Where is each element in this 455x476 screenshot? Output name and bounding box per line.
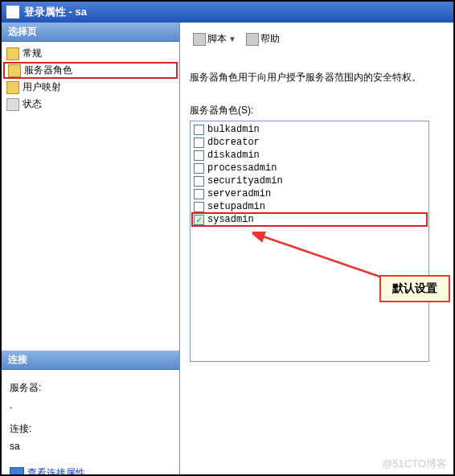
role-checkbox[interactable] <box>194 163 204 174</box>
toolbar: 脚本 ▼ 帮助 <box>190 31 444 56</box>
role-name: processadmin <box>207 162 277 174</box>
help-button[interactable]: 帮助 <box>243 31 283 47</box>
roles-label: 服务器角色(S): <box>190 104 444 117</box>
content-area: 脚本 ▼ 帮助 服务器角色用于向用户授予服务器范围内的安全特权。 服务器角色(S… <box>180 23 453 474</box>
role-checkbox[interactable] <box>194 150 204 161</box>
script-button[interactable]: 脚本 ▼ <box>190 31 240 47</box>
role-checkbox[interactable] <box>194 189 204 199</box>
role-name: serveradmin <box>207 188 271 199</box>
nav-item-label: 服务器角色 <box>24 64 72 77</box>
role-item-setupadmin[interactable]: setupadmin <box>192 200 427 213</box>
script-icon <box>193 33 206 46</box>
nav-item-label: 状态 <box>23 97 42 111</box>
nav-item-label: 常规 <box>23 47 42 60</box>
role-checkbox[interactable]: ✓ <box>194 215 204 225</box>
role-name: diskadmin <box>207 150 260 161</box>
nav-item-2[interactable]: 用户映射 <box>2 79 179 96</box>
window-title: 登录属性 - sa <box>24 5 87 19</box>
role-item-securityadmin[interactable]: securityadmin <box>192 174 427 187</box>
page-icon <box>6 81 19 94</box>
script-label: 脚本 <box>207 32 227 46</box>
connection-value: sa <box>10 438 171 456</box>
page-icon <box>6 47 19 60</box>
role-name: securityadmin <box>207 175 283 187</box>
nav-item-0[interactable]: 常规 <box>2 45 179 62</box>
connection-icon <box>10 467 24 476</box>
connection-header: 连接 <box>2 351 179 370</box>
chevron-down-icon: ▼ <box>228 35 236 43</box>
role-item-serveradmin[interactable]: serveradmin <box>192 187 427 200</box>
page-icon <box>8 64 21 77</box>
role-item-bulkadmin[interactable]: bulkadmin <box>192 123 427 136</box>
role-checkbox[interactable] <box>194 125 204 135</box>
annotation-label: 默认设置 <box>379 275 450 302</box>
help-label: 帮助 <box>260 32 280 46</box>
app-icon <box>6 6 19 18</box>
server-roles-listbox[interactable]: bulkadmindbcreatordiskadminprocessadmins… <box>190 121 429 362</box>
nav-item-1[interactable]: 服务器角色 <box>3 62 178 79</box>
role-checkbox[interactable] <box>194 137 204 148</box>
server-value: . <box>10 397 171 415</box>
role-item-processadmin[interactable]: processadmin <box>192 162 427 174</box>
state-icon <box>6 98 19 111</box>
sidebar: 选择页 常规服务器角色用户映射状态 连接 服务器: . 连接: sa 查看连接属… <box>2 23 180 474</box>
login-properties-dialog: 登录属性 - sa 选择页 常规服务器角色用户映射状态 连接 服务器: . 连接… <box>0 0 455 476</box>
view-connection-props[interactable]: 查看连接属性 <box>10 465 171 476</box>
help-icon <box>246 33 259 46</box>
role-name: dbcreator <box>207 137 260 148</box>
role-item-diskadmin[interactable]: diskadmin <box>192 149 427 162</box>
server-label: 服务器: <box>10 380 171 397</box>
role-checkbox[interactable] <box>194 176 204 187</box>
nav-item-3[interactable]: 状态 <box>2 96 179 113</box>
role-name: sysadmin <box>207 214 254 225</box>
nav-pane: 常规服务器角色用户映射状态 <box>2 42 179 351</box>
nav-item-label: 用户映射 <box>23 80 61 94</box>
connection-pane: 服务器: . 连接: sa 查看连接属性 <box>2 370 179 476</box>
select-page-header: 选择页 <box>2 23 179 42</box>
role-checkbox[interactable] <box>194 202 204 212</box>
role-item-dbcreator[interactable]: dbcreator <box>192 136 427 149</box>
role-name: setupadmin <box>207 201 265 212</box>
view-connection-link[interactable]: 查看连接属性 <box>27 465 85 476</box>
connection-label: 连接: <box>10 421 171 438</box>
description-text: 服务器角色用于向用户授予服务器范围内的安全特权。 <box>190 71 444 84</box>
role-name: bulkadmin <box>207 124 260 135</box>
titlebar[interactable]: 登录属性 - sa <box>2 2 453 23</box>
role-item-sysadmin[interactable]: ✓sysadmin <box>191 212 428 227</box>
